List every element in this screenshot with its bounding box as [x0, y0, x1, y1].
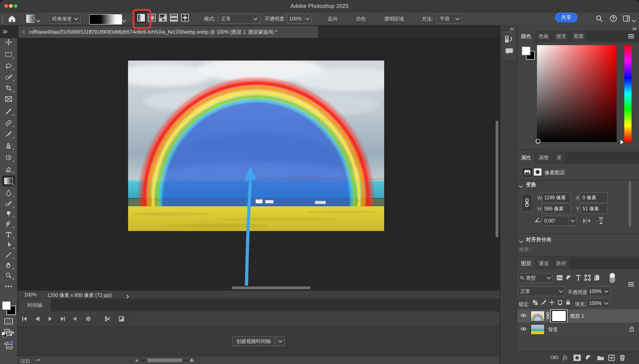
mode-dropdown[interactable]: 正常 — [218, 14, 260, 24]
hue-slider[interactable] — [624, 45, 631, 142]
hand-tool[interactable] — [2, 260, 15, 270]
blend-mode-dropdown[interactable]: 正常 — [518, 286, 565, 296]
document-tab[interactable]: × cdf9aea4fdaa2f105696f131ff29189083d96d… — [19, 26, 318, 38]
path-selection-tool[interactable] — [2, 240, 15, 250]
tab-swatches[interactable]: 色板 — [535, 30, 553, 42]
properties-scrollbar[interactable] — [628, 181, 631, 226]
lock-transparent-icon[interactable] — [532, 300, 538, 307]
tab-timeline[interactable]: 时间轴 — [19, 299, 51, 311]
layer1-thumbnail[interactable] — [531, 311, 545, 322]
add-adjustment-icon[interactable] — [585, 354, 592, 362]
next-frame-icon[interactable] — [58, 314, 68, 324]
layer-row-1[interactable]: 图层 1 — [517, 310, 639, 323]
tab-paths[interactable]: 路径 — [553, 258, 570, 270]
share-button[interactable]: 共享 — [555, 12, 577, 22]
gradient-editor-bar[interactable] — [89, 14, 122, 24]
first-frame-icon[interactable] — [20, 314, 29, 324]
create-video-timeline-chevron[interactable] — [276, 336, 285, 346]
color-field-cursor[interactable] — [536, 139, 540, 144]
layer-opacity-input[interactable]: 100% — [586, 286, 610, 296]
gradient-preset-chevron-icon[interactable] — [37, 17, 40, 23]
horizontal-scrollbar[interactable] — [232, 286, 311, 289]
eraser-tool[interactable] — [2, 164, 15, 174]
brush-tool[interactable] — [2, 129, 15, 140]
workspace-icon[interactable] — [623, 15, 630, 23]
canvas-image[interactable] — [128, 60, 384, 231]
export-panel-icon[interactable] — [504, 35, 514, 46]
type-tool[interactable] — [2, 229, 15, 240]
layer-filter-type-dropdown[interactable]: 类型 — [518, 273, 552, 283]
comments-panel-icon[interactable] — [505, 47, 514, 57]
search-icon[interactable] — [595, 15, 603, 24]
lock-position-icon[interactable] — [549, 300, 555, 307]
flip-vertical-icon[interactable] — [597, 216, 605, 226]
smudge-tool[interactable] — [2, 198, 15, 209]
panel-color-swatches[interactable] — [522, 46, 535, 60]
layer-filter-toggle[interactable] — [609, 273, 615, 283]
previous-frame-icon[interactable] — [32, 314, 42, 324]
add-mask-icon[interactable] — [573, 354, 581, 361]
split-clip-icon[interactable] — [103, 314, 112, 324]
mask-link-icon[interactable] — [546, 312, 550, 320]
close-tab-icon[interactable]: × — [22, 29, 25, 36]
move-tool[interactable] — [2, 37, 15, 47]
play-icon[interactable] — [45, 314, 55, 324]
tab-layers[interactable]: 图层 — [517, 258, 535, 270]
layer-effects-icon[interactable]: fx — [563, 354, 567, 361]
gradient-tool[interactable] — [2, 176, 15, 186]
delete-layer-icon[interactable] — [619, 354, 625, 363]
zoom-level[interactable]: 100% — [24, 292, 37, 298]
canvas-viewport[interactable] — [17, 38, 500, 290]
link-dimensions-button[interactable] — [521, 194, 533, 212]
eyedropper-tool[interactable] — [2, 106, 15, 116]
audio-mute-icon[interactable] — [71, 314, 80, 324]
blur-tool[interactable] — [2, 188, 15, 198]
lock-pixels-icon[interactable] — [541, 300, 547, 307]
layer1-name[interactable]: 图层 1 — [570, 313, 584, 320]
filter-pixel-layers-icon[interactable] — [556, 274, 563, 282]
layer1-mask-thumbnail[interactable] — [551, 310, 567, 322]
width-input[interactable]: 1199 像素 — [542, 192, 571, 203]
tab-adjustments[interactable]: 调整 — [535, 152, 553, 164]
tab-gradients[interactable]: 渐变 — [553, 30, 570, 42]
method-dropdown[interactable]: 平滑 — [437, 14, 462, 24]
angle-input[interactable]: 0.00° — [542, 216, 569, 226]
timeline-settings-icon[interactable] — [83, 314, 93, 324]
vertical-scrollbar[interactable] — [496, 120, 498, 238]
new-layer-icon[interactable] — [608, 354, 615, 362]
home-icon[interactable] — [8, 15, 16, 24]
generate-image-icon[interactable] — [4, 340, 14, 350]
height-input[interactable]: 595 像素 — [542, 204, 571, 214]
reflected-gradient-style-button[interactable] — [170, 14, 178, 22]
background-thumbnail[interactable] — [531, 324, 545, 335]
angle-chevron-button[interactable] — [568, 216, 577, 226]
gradient-mode-dropdown[interactable]: 经典渐变 — [49, 14, 81, 24]
foreground-background-colors[interactable] — [2, 301, 15, 316]
tab-patterns[interactable]: 图案 — [570, 30, 587, 42]
timeline-zoom-thumb[interactable] — [147, 358, 182, 362]
healing-brush-tool[interactable] — [2, 118, 15, 128]
flip-horizontal-icon[interactable] — [582, 216, 591, 226]
fill-input[interactable]: 100% — [586, 298, 610, 308]
tab-properties[interactable]: 属性 — [517, 152, 535, 164]
history-brush-tool[interactable] — [2, 152, 15, 162]
selection-brush-tool[interactable] — [2, 72, 15, 82]
tab-overflow-icon[interactable] — [2, 28, 7, 34]
lock-all-icon[interactable] — [565, 299, 571, 306]
y-input[interactable]: 51 像素 — [580, 204, 608, 214]
clone-stamp-tool[interactable] — [2, 141, 15, 151]
frame-tool[interactable] — [2, 94, 15, 104]
visibility-eye-icon[interactable] — [520, 313, 527, 319]
tab-channels[interactable]: 通道 — [535, 258, 553, 270]
tab-color[interactable]: 颜色 — [517, 30, 535, 42]
x-input[interactable]: 0 像素 — [580, 192, 608, 203]
properties-panel-menu-icon[interactable] — [628, 282, 634, 283]
layer-row-background[interactable]: 背景 — [517, 323, 639, 336]
align-collapse-icon[interactable] — [519, 238, 522, 244]
tab-libraries[interactable]: 库 — [553, 152, 566, 164]
visibility-eye-icon[interactable] — [520, 326, 527, 332]
zoom-in-mountain-icon[interactable] — [189, 358, 194, 362]
panel-foreground-swatch[interactable] — [522, 46, 531, 56]
color-field[interactable] — [537, 45, 616, 142]
transform-collapse-icon[interactable] — [519, 183, 522, 188]
